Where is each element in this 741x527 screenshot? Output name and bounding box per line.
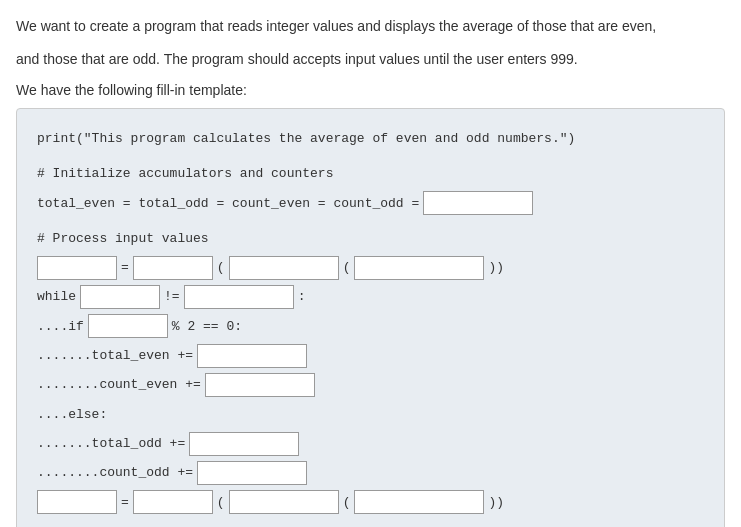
- print-line: print("This program calculates the avera…: [37, 125, 704, 152]
- total-even-line: .......total_even +=: [37, 342, 704, 369]
- if-line: ....if % 2 == 0:: [37, 313, 704, 340]
- code-template: print("This program calculates the avera…: [16, 108, 725, 527]
- mod-check: % 2 == 0:: [172, 313, 242, 340]
- total-even-input[interactable]: [197, 344, 307, 368]
- final-var-input[interactable]: [37, 490, 117, 514]
- while-line: while != :: [37, 283, 704, 310]
- final-func-input[interactable]: [133, 490, 213, 514]
- while-var-input[interactable]: [80, 285, 160, 309]
- count-odd-input[interactable]: [197, 461, 307, 485]
- assign-var-input[interactable]: [37, 256, 117, 280]
- init-value-input[interactable]: [423, 191, 533, 215]
- else-kw: ....else:: [37, 401, 107, 428]
- final-arg1-input[interactable]: [229, 490, 339, 514]
- count-odd-line: ........count_odd +=: [37, 459, 704, 486]
- while-sentinel-input[interactable]: [184, 285, 294, 309]
- total-odd-text: .......total_odd +=: [37, 430, 185, 457]
- while-neq: !=: [164, 283, 180, 310]
- count-even-line: ........count_even +=: [37, 371, 704, 398]
- comment1-line: # Initialize accumulators and counters: [37, 160, 704, 187]
- comment1-text: # Initialize accumulators and counters: [37, 160, 333, 187]
- comment2-text: # Process input values: [37, 225, 209, 252]
- assign-func-input[interactable]: [133, 256, 213, 280]
- comment2-line: # Process input values: [37, 225, 704, 252]
- init-text: total_even = total_odd = count_even = co…: [37, 190, 419, 217]
- init-line: total_even = total_odd = count_even = co…: [37, 190, 704, 217]
- assign-arg2-input[interactable]: [354, 256, 484, 280]
- final-open1: (: [217, 489, 225, 516]
- final-close: )): [488, 489, 504, 516]
- intro-line2: and those that are odd. The program shou…: [16, 49, 725, 70]
- total-even-text: .......total_even +=: [37, 342, 193, 369]
- assign-open2: (: [343, 254, 351, 281]
- total-odd-input[interactable]: [189, 432, 299, 456]
- final-open2: (: [343, 489, 351, 516]
- fill-label: We have the following fill-in template:: [16, 82, 725, 98]
- final-arg2-input[interactable]: [354, 490, 484, 514]
- assign-eq: =: [121, 254, 129, 281]
- total-odd-line: .......total_odd +=: [37, 430, 704, 457]
- assign-close: )): [488, 254, 504, 281]
- print-text: print("This program calculates the avera…: [37, 125, 575, 152]
- final-eq: =: [121, 489, 129, 516]
- if-var-input[interactable]: [88, 314, 168, 338]
- while-kw: while: [37, 283, 76, 310]
- assign-arg1-input[interactable]: [229, 256, 339, 280]
- assign-line: = ( ( )): [37, 254, 704, 281]
- if-kw: ....if: [37, 313, 84, 340]
- else-line: ....else:: [37, 401, 704, 428]
- intro-line1: We want to create a program that reads i…: [16, 16, 725, 37]
- assign-open1: (: [217, 254, 225, 281]
- count-even-text: ........count_even +=: [37, 371, 201, 398]
- count-odd-text: ........count_odd +=: [37, 459, 193, 486]
- final-assign-line: = ( ( )): [37, 489, 704, 516]
- while-colon: :: [298, 283, 306, 310]
- count-even-input[interactable]: [205, 373, 315, 397]
